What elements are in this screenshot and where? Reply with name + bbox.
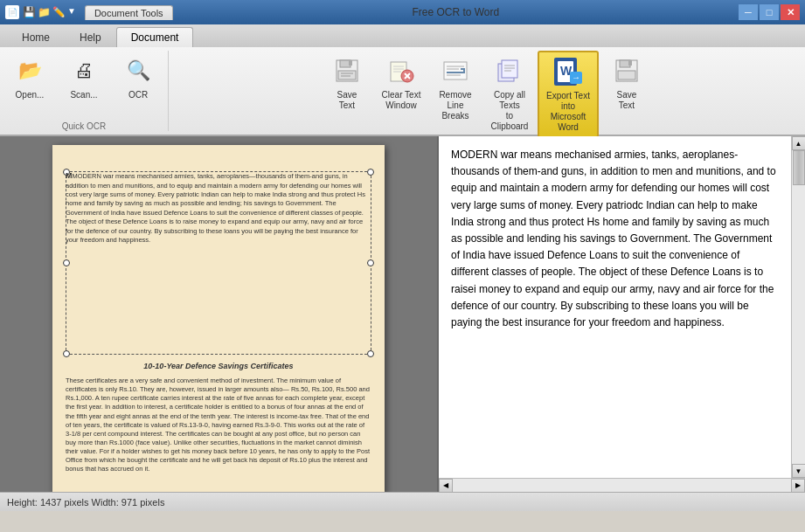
ribbon-tabs: Home Help Document — [0, 24, 805, 47]
h-scrollbar[interactable]: ◀ ▶ — [439, 478, 805, 492]
dropdown-icon[interactable]: ▼ — [67, 6, 76, 18]
clear-text-icon — [385, 55, 417, 86]
text-output[interactable]: MODERN war means mechanised armies, tank… — [439, 136, 791, 478]
ocr-label: OCR — [128, 90, 148, 100]
copy-all-label: Copy all Textsto Clipboard — [489, 90, 530, 132]
right-scrollbar[interactable]: ▲ ▼ — [791, 136, 805, 478]
main-content: MMODERN war means mechanised armies, tan… — [0, 136, 805, 492]
tab-document[interactable]: Document — [116, 27, 194, 47]
scroll-thumb[interactable] — [793, 150, 805, 185]
handle-br[interactable] — [367, 350, 374, 357]
ribbon: 📂 Open... 🖨 Scan... 🔍 OCR Quick OCR — [0, 47, 805, 136]
handle-mr[interactable] — [367, 259, 374, 266]
ribbon-content: 📂 Open... 🖨 Scan... 🔍 OCR Quick OCR — [0, 47, 805, 135]
ocr-button[interactable]: 🔍 OCR — [112, 51, 164, 110]
copy-all-icon — [494, 55, 525, 86]
save-text-label: SaveText — [337, 90, 357, 111]
quick-ocr-group-label: Quick OCR — [62, 121, 107, 131]
scan-label: Scan... — [70, 90, 97, 100]
open-icon: 📂 — [14, 55, 45, 86]
doc-tools-label: Document Tools — [85, 5, 173, 20]
maximize-button[interactable]: □ — [760, 4, 779, 20]
save-text2-label: SaveText — [617, 90, 637, 111]
svg-rect-3 — [338, 71, 356, 79]
ocr-icon: 🔍 — [122, 55, 154, 86]
minimize-button[interactable]: ─ — [739, 4, 758, 20]
quick-save-bar: 💾 📁 ✏️ ▼ — [23, 6, 76, 18]
export-word-label: Export Text intoMicrosoft Word — [545, 91, 592, 133]
remove-breaks-button[interactable]: Remove LineBreaks — [429, 51, 482, 126]
doc-text-lower: These certificates are a very safe and c… — [66, 377, 371, 473]
scroll-up-button[interactable]: ▲ — [792, 136, 806, 150]
copy-all-button[interactable]: Copy all Textsto Clipboard — [483, 51, 536, 136]
tab-help[interactable]: Help — [65, 27, 116, 47]
open-icon[interactable]: 📁 — [38, 6, 51, 18]
svg-rect-30 — [618, 71, 635, 79]
svg-rect-18 — [502, 60, 517, 78]
app-title: Free OCR to Word — [173, 6, 739, 18]
open-label: Open... — [16, 90, 45, 100]
ribbon-group-document: SaveText Clear Text — [169, 51, 805, 131]
open-button[interactable]: 📂 Open... — [3, 51, 56, 110]
quick-ocr-buttons: 📂 Open... 🖨 Scan... 🔍 OCR — [3, 51, 164, 120]
handle-bl[interactable] — [63, 350, 70, 357]
window-controls: ─ □ ✕ — [739, 4, 800, 20]
status-text: Height: 1437 pixels Width: 971 pixels — [7, 497, 164, 508]
title-bar: 📄 💾 📁 ✏️ ▼ Document Tools Free OCR to Wo… — [0, 0, 805, 24]
text-panel: MODERN war means mechanised armies, tank… — [437, 136, 805, 492]
scroll-down-button[interactable]: ▼ — [792, 464, 806, 478]
scan-icon: 🖨 — [68, 55, 100, 86]
svg-rect-2 — [349, 60, 352, 66]
pencil-icon[interactable]: ✏️ — [52, 6, 66, 18]
status-bar: Height: 1437 pixels Width: 971 pixels — [0, 492, 805, 511]
h-scroll-right[interactable]: ▶ — [791, 479, 805, 493]
handle-ml[interactable] — [63, 259, 70, 266]
export-word-button[interactable]: W → Export Text intoMicrosoft Word — [538, 51, 599, 138]
document-buttons: SaveText Clear Text — [321, 51, 653, 138]
svg-text:→: → — [572, 73, 580, 82]
remove-breaks-icon — [440, 55, 471, 86]
ribbon-group-quick-ocr: 📂 Open... 🖨 Scan... 🔍 OCR Quick OCR — [0, 51, 169, 131]
doc-panel[interactable]: MMODERN war means mechanised armies, tan… — [0, 136, 437, 492]
svg-rect-29 — [628, 60, 632, 66]
save-text2-icon — [611, 55, 642, 86]
remove-breaks-label: Remove LineBreaks — [435, 90, 475, 121]
clear-text-label: Clear TextWindow — [382, 90, 421, 111]
scroll-track[interactable] — [792, 150, 805, 464]
clear-text-button[interactable]: Clear TextWindow — [375, 51, 427, 115]
tab-home[interactable]: Home — [7, 27, 65, 47]
scan-button[interactable]: 🖨 Scan... — [58, 51, 110, 110]
title-bar-left: 📄 💾 📁 ✏️ ▼ Document Tools — [5, 5, 173, 20]
h-scroll-track[interactable] — [453, 479, 791, 492]
close-button[interactable]: ✕ — [781, 4, 800, 20]
export-word-icon: W → — [552, 56, 584, 87]
save-icon[interactable]: 💾 — [23, 6, 36, 18]
divider-text: 10-10-Year Defence Savings Certificates — [66, 362, 371, 372]
save-text-icon — [331, 55, 363, 86]
doc-page: MMODERN war means mechanised armies, tan… — [52, 145, 385, 492]
app-icon: 📄 — [5, 5, 19, 19]
save-text2-button[interactable]: SaveText — [600, 51, 653, 115]
h-scroll-left[interactable]: ◀ — [439, 479, 453, 493]
doc-text-upper: MMODERN war means mechanised armies, tan… — [66, 171, 371, 245]
save-text-button[interactable]: SaveText — [321, 51, 373, 115]
doc-text-upper-content: MODERN war means mechanised armies, tank… — [66, 172, 365, 244]
